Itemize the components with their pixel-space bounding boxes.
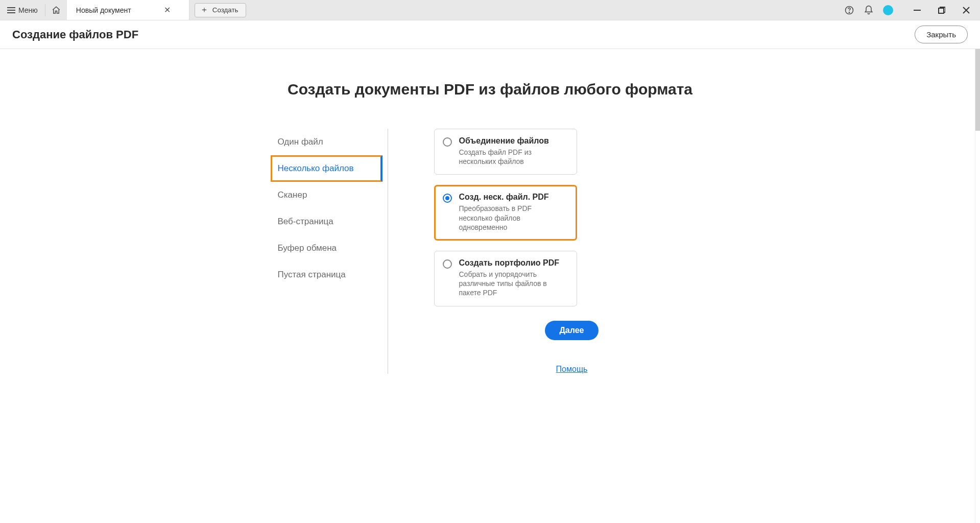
window-controls	[913, 6, 971, 15]
titlebar: Меню Новый документ ✕ ＋ Создать	[0, 0, 980, 20]
close-page-button[interactable]: Закрыть	[915, 26, 968, 43]
svg-point-1	[849, 12, 849, 12]
card-desc: Собрать и упорядочить различные типы фай…	[459, 270, 567, 298]
radio-create-multiple[interactable]	[443, 194, 452, 203]
svg-rect-2	[914, 10, 921, 11]
card-desc: Преобразовать в PDF несколько файлов одн…	[459, 204, 567, 232]
create-button[interactable]: ＋ Создать	[195, 3, 246, 17]
card-create-multiple[interactable]: Созд. неск. файл. PDF Преобразовать в PD…	[434, 185, 577, 241]
radio-combine-files[interactable]	[443, 137, 452, 147]
page-title: Создание файлов PDF	[12, 28, 138, 41]
card-title: Созд. неск. файл. PDF	[459, 193, 567, 202]
tab-close-icon[interactable]: ✕	[162, 5, 173, 15]
titlebar-right	[844, 0, 980, 20]
bell-icon[interactable]	[864, 5, 874, 15]
card-text: Создать портфолио PDF Собрать и упорядоч…	[459, 258, 567, 298]
plus-icon: ＋	[200, 5, 208, 15]
home-icon	[52, 6, 61, 15]
card-portfolio[interactable]: Создать портфолио PDF Собрать и упорядоч…	[434, 251, 577, 306]
nav-item-scanner[interactable]: Сканер	[271, 182, 383, 208]
nav-item-clipboard[interactable]: Буфер обмена	[271, 235, 383, 262]
avatar[interactable]	[883, 5, 893, 15]
radio-portfolio[interactable]	[443, 259, 452, 269]
card-text: Объединение файлов Создать файл PDF из н…	[459, 136, 567, 166]
source-type-nav: Один файл Несколько файлов Сканер Веб-ст…	[271, 129, 388, 374]
nav-item-single-file[interactable]: Один файл	[271, 129, 383, 155]
titlebar-left: Меню Новый документ ✕ ＋ Создать	[0, 0, 246, 20]
tab-label: Новый документ	[76, 6, 131, 14]
home-button[interactable]	[45, 0, 67, 20]
next-button[interactable]: Далее	[545, 321, 598, 340]
document-tab[interactable]: Новый документ ✕	[67, 0, 189, 20]
maximize-button[interactable]	[937, 6, 946, 15]
scrollbar[interactable]	[975, 49, 980, 523]
menu-button[interactable]: Меню	[0, 0, 45, 20]
hero-heading: Создать документы PDF из файлов любого ф…	[0, 81, 980, 98]
card-text: Созд. неск. файл. PDF Преобразовать в PD…	[459, 193, 567, 232]
hamburger-icon	[7, 7, 15, 13]
scrollbar-thumb[interactable]	[975, 49, 980, 131]
svg-rect-3	[939, 8, 944, 13]
card-combine-files[interactable]: Объединение файлов Создать файл PDF из н…	[434, 129, 577, 175]
nav-item-multi-files[interactable]: Несколько файлов	[271, 155, 383, 182]
card-title: Объединение файлов	[459, 136, 567, 146]
close-window-button[interactable]	[962, 6, 971, 15]
subheader: Создание файлов PDF Закрыть	[0, 20, 980, 49]
menu-label: Меню	[18, 6, 38, 14]
content-area: Создать документы PDF из файлов любого ф…	[0, 49, 980, 523]
nav-item-blank-page[interactable]: Пустая страница	[271, 262, 383, 288]
card-desc: Создать файл PDF из нескольких файлов	[459, 148, 567, 166]
option-cards: Объединение файлов Создать файл PDF из н…	[388, 129, 710, 374]
minimize-button[interactable]	[913, 6, 922, 15]
help-icon[interactable]	[844, 5, 854, 15]
help-link[interactable]: Помощь	[556, 365, 588, 374]
card-title: Создать портфолио PDF	[459, 258, 567, 268]
create-label: Создать	[212, 6, 238, 14]
nav-item-webpage[interactable]: Веб-страница	[271, 208, 383, 235]
create-pdf-panel: Один файл Несколько файлов Сканер Веб-ст…	[271, 129, 710, 374]
